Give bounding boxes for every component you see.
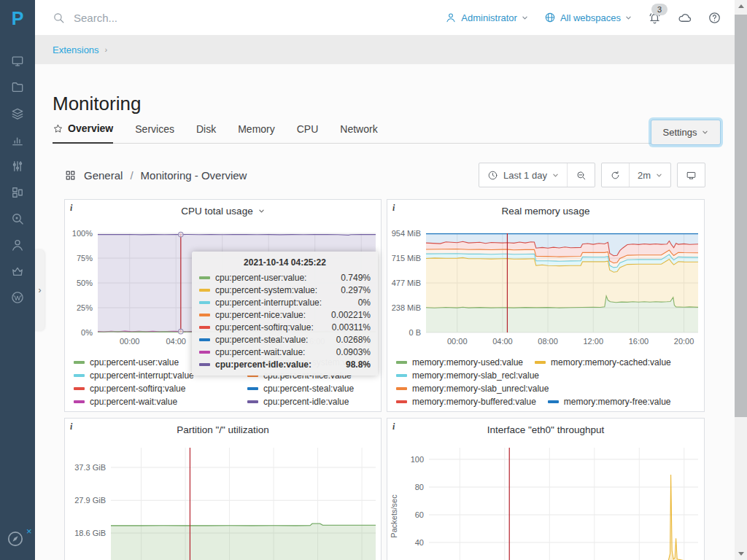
time-range-picker[interactable]: Last 1 day [479, 163, 567, 187]
scrollbar-thumb[interactable] [735, 15, 747, 417]
dashboard-folder: General [84, 169, 123, 182]
tooltip-row: cpu:percent-wait:value:0.0903% [192, 346, 378, 358]
extensions-icon [10, 185, 25, 200]
series-color-swatch [74, 400, 85, 403]
folder-icon [10, 80, 25, 95]
sidebar-item-extensions[interactable] [0, 179, 35, 206]
webspaces-menu[interactable]: All webspaces [544, 12, 632, 23]
tooltip-row: cpu:percent-idle:value:98.8% [192, 358, 378, 370]
sidebar-item-tools-settings[interactable] [0, 153, 35, 179]
legend-item[interactable]: memory:memory-used:value [396, 357, 523, 368]
series-color-swatch [199, 301, 210, 304]
memory-chart[interactable]: 954 MiB715 MiB477 MiB238 MiB0 B00:0004:0… [388, 220, 704, 349]
zoom-out-button[interactable] [567, 163, 595, 187]
user-icon [10, 238, 25, 252]
legend-item[interactable]: cpu:percent-wait:value [74, 397, 247, 407]
legend-item[interactable]: memory:memory-slab_unrecl:value [396, 384, 549, 394]
scroll-up-button[interactable] [735, 0, 747, 12]
chart-tooltip: 2021-10-14 04:25:22 cpu:percent-user:val… [192, 252, 378, 376]
svg-text:08:00: 08:00 [538, 337, 558, 346]
scrollbar [735, 0, 747, 560]
user-menu[interactable]: Administrator [445, 12, 528, 23]
tab-overview[interactable]: Overview [53, 121, 113, 144]
settings-button[interactable]: Settings [651, 120, 721, 145]
svg-text:80: 80 [415, 483, 424, 491]
panel-title[interactable]: CPU total usage [65, 206, 381, 217]
legend-item[interactable]: memory:memory-cached:value [535, 357, 671, 368]
topbar: Administrator All webspaces 3 [35, 0, 735, 35]
cloud-button[interactable] [678, 11, 692, 25]
panel-title[interactable]: Interface "eth0" throughput [387, 424, 704, 435]
sidebar-item-statistics[interactable] [0, 127, 35, 153]
sidebar-item-websites[interactable] [0, 48, 35, 74]
sidebar-item-files[interactable] [0, 74, 35, 101]
refresh-icon [610, 170, 621, 181]
series-color-swatch [74, 374, 85, 377]
webspaces-label: All webspaces [560, 12, 621, 23]
tab-memory[interactable]: Memory [238, 121, 275, 143]
sidebar-item-users[interactable] [0, 232, 35, 258]
series-color-swatch [396, 361, 407, 364]
crown-icon [10, 264, 25, 279]
tv-mode-button[interactable] [678, 163, 705, 187]
panel-title[interactable]: Real memory usage [387, 206, 704, 217]
tab-cpu[interactable]: CPU [297, 121, 319, 143]
sliders-icon [10, 159, 25, 174]
tab-services[interactable]: Services [135, 121, 174, 143]
page-title: Monitoring [53, 93, 141, 115]
help-button[interactable] [708, 11, 721, 25]
breadcrumb-link-extensions[interactable]: Extensions [53, 44, 99, 55]
svg-text:25%: 25% [77, 303, 93, 312]
panel-title[interactable]: Partition "/" utilization [65, 424, 381, 435]
sidebar-item-seo-toolkit[interactable] [0, 206, 35, 232]
panel-eth0-throughput: i Interface "eth0" throughput 100806040P… [387, 418, 705, 560]
series-color-swatch [199, 314, 210, 316]
user-label: Administrator [461, 12, 517, 23]
scroll-down-button[interactable] [735, 548, 747, 560]
dashboard-separator: / [130, 169, 133, 182]
legend-item[interactable]: memory:memory-slab_recl:value [396, 370, 539, 381]
svg-text:477 MiB: 477 MiB [392, 279, 421, 287]
legend-item[interactable]: memory:memory-buffered:value [396, 397, 536, 407]
legend-item[interactable]: cpu:percent-idle:value [247, 397, 376, 407]
sidebar-nav [0, 48, 35, 311]
sidebar-item-databases[interactable] [0, 101, 35, 127]
star-icon [53, 123, 63, 134]
close-icon[interactable]: × [26, 526, 32, 536]
svg-text:0%: 0% [81, 328, 93, 337]
plesk-app: P × › Administrator All webspaces [0, 0, 747, 560]
dashboard-breadcrumb[interactable]: General / Monitoring - Overview [64, 169, 247, 182]
series-color-swatch [199, 351, 210, 354]
user-icon [445, 12, 457, 23]
disk-chart[interactable]: 37.3 GiB27.9 GiB18.6 GiB [66, 439, 382, 560]
series-color-swatch [247, 400, 258, 403]
search-input[interactable] [72, 11, 236, 25]
dashboard-name: Monitoring - Overview [141, 169, 247, 182]
notifications-button[interactable]: 3 [648, 11, 662, 25]
legend-item[interactable]: cpu:percent-softirq:value [74, 384, 247, 394]
legend-item[interactable]: cpu:percent-steal:value [247, 384, 376, 394]
sidebar-item-wordpress[interactable] [0, 284, 35, 311]
tab-disk[interactable]: Disk [196, 121, 216, 143]
refresh-button[interactable] [602, 163, 629, 187]
legend-item[interactable]: memory:memory-free:value [548, 397, 671, 407]
eth0-chart[interactable]: 100806040Packets/sec [388, 439, 704, 560]
tab-network[interactable]: Network [340, 121, 377, 143]
sidebar-expand-handle[interactable]: › [35, 249, 44, 331]
search-icon [53, 12, 65, 24]
svg-text:100: 100 [411, 455, 424, 464]
series-color-swatch [199, 289, 210, 292]
chevron-down-icon [702, 129, 708, 136]
sidebar-item-subscriptions[interactable] [0, 258, 35, 284]
search-dot-icon [10, 211, 25, 226]
refresh-interval-picker[interactable]: 2m [629, 163, 670, 187]
tooltip-row: cpu:percent-interrupt:value:0% [192, 296, 378, 308]
help-icon [708, 11, 721, 25]
tooltip-row: cpu:percent-softirq:value:0.00311% [192, 321, 378, 333]
chevron-down-icon [522, 15, 528, 21]
svg-text:238 MiB: 238 MiB [392, 303, 421, 312]
svg-text:715 MiB: 715 MiB [392, 254, 421, 262]
series-color-swatch [199, 363, 210, 366]
svg-text:04:00: 04:00 [166, 337, 186, 346]
plesk-logo[interactable]: P [0, 4, 35, 32]
